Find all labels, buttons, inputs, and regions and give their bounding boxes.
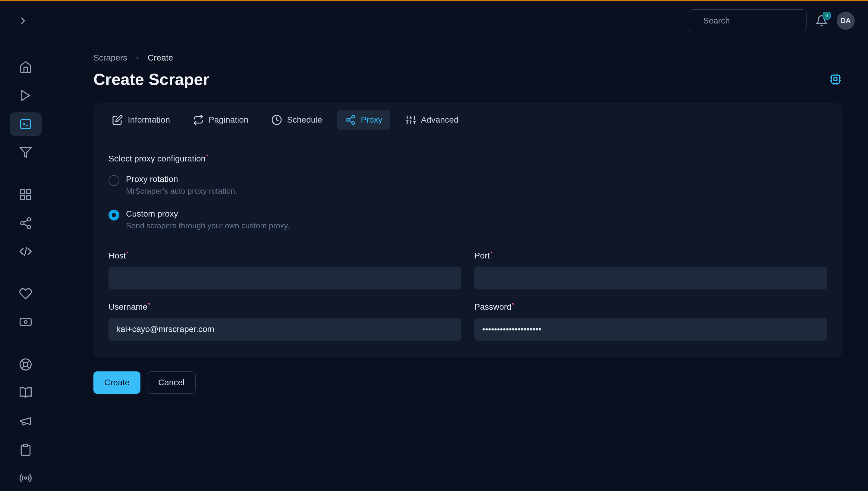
svg-point-10	[27, 218, 31, 221]
sidebar-item-heart[interactable]	[10, 282, 41, 306]
required-mark: *	[206, 154, 208, 160]
username-field-group: Username*	[109, 302, 461, 341]
svg-point-25	[24, 477, 27, 479]
tab-proxy[interactable]: Proxy	[337, 110, 390, 130]
tab-label: Information	[128, 115, 170, 125]
svg-point-12	[27, 225, 31, 229]
password-field-group: Password*	[474, 302, 827, 341]
breadcrumb-scrapers[interactable]: Scrapers	[93, 53, 127, 63]
svg-line-13	[24, 224, 28, 226]
radio-title: Proxy rotation	[126, 174, 237, 184]
svg-line-41	[349, 117, 352, 119]
notifications-button[interactable]: 0	[815, 14, 828, 27]
search-box[interactable]	[689, 9, 807, 32]
clipboard-icon	[19, 443, 32, 456]
sidebar-item-billing[interactable]	[10, 310, 41, 334]
svg-line-22	[27, 360, 30, 363]
svg-rect-8	[27, 196, 31, 200]
port-field-group: Port*	[474, 251, 827, 289]
radio-proxy-rotation[interactable]: Proxy rotation MrScraper's auto proxy ro…	[109, 174, 827, 196]
svg-point-17	[24, 321, 27, 323]
password-input[interactable]	[474, 318, 827, 341]
tab-label: Advanced	[421, 115, 459, 125]
sidebar-item-docs[interactable]	[10, 381, 41, 405]
avatar[interactable]: DA	[837, 12, 855, 30]
clock-icon	[271, 114, 282, 125]
sidebar-item-help[interactable]	[10, 352, 41, 376]
radio-desc: Send scrapers through your own custom pr…	[126, 221, 290, 230]
book-icon	[19, 386, 32, 399]
sidebar-item-grid[interactable]	[10, 183, 41, 206]
share-icon	[345, 114, 356, 125]
tab-schedule[interactable]: Schedule	[263, 110, 330, 130]
host-input[interactable]	[109, 267, 461, 289]
proxy-config-label: Select proxy configuration*	[109, 154, 827, 164]
required-mark: *	[127, 251, 129, 256]
sidebar-item-clipboard[interactable]	[10, 438, 41, 461]
tab-information[interactable]: Information	[104, 110, 178, 130]
page-title: Create Scraper	[93, 70, 209, 89]
required-mark: *	[148, 302, 150, 308]
heart-icon	[19, 287, 32, 300]
svg-point-38	[346, 119, 349, 121]
sidebar-item-terminal[interactable]	[10, 112, 41, 136]
tab-bar: Information Pagination Schedule Proxy Ad…	[93, 103, 842, 137]
broadcast-icon	[19, 471, 32, 485]
svg-line-21	[27, 366, 30, 368]
terminal-icon	[19, 117, 32, 131]
port-label: Port*	[474, 251, 827, 261]
proxy-radio-group: Proxy rotation MrScraper's auto proxy ro…	[109, 174, 827, 230]
svg-rect-9	[21, 196, 25, 200]
tab-label: Proxy	[361, 115, 383, 125]
svg-rect-16	[20, 319, 31, 325]
svg-marker-2	[22, 91, 30, 100]
radio-custom-proxy[interactable]: Custom proxy Send scrapers through your …	[109, 209, 827, 230]
sidebar-item-home[interactable]	[10, 55, 41, 79]
sidebar-item-code[interactable]	[10, 240, 41, 263]
radio-title: Custom proxy	[126, 209, 290, 219]
sidebar-item-play[interactable]	[10, 84, 41, 107]
port-input[interactable]	[474, 267, 827, 289]
svg-line-20	[22, 360, 24, 363]
svg-rect-6	[21, 190, 25, 194]
cpu-icon	[830, 73, 841, 85]
play-icon	[19, 89, 32, 102]
svg-point-39	[352, 122, 355, 124]
notification-badge: 0	[823, 12, 831, 20]
svg-rect-27	[834, 78, 837, 81]
main-content: Scrapers Create Create Scraper Informati…	[51, 1, 868, 490]
code-icon	[19, 245, 32, 258]
svg-marker-5	[20, 148, 31, 157]
billing-icon	[19, 315, 32, 329]
tab-label: Schedule	[287, 115, 322, 125]
username-input[interactable]	[109, 318, 461, 341]
required-mark: *	[491, 251, 493, 256]
sidebar-toggle-button[interactable]	[17, 15, 29, 27]
host-label: Host*	[109, 251, 461, 261]
create-button[interactable]: Create	[93, 371, 140, 394]
cancel-button[interactable]: Cancel	[147, 371, 196, 394]
radio-circle	[109, 175, 119, 186]
tab-pagination[interactable]: Pagination	[185, 110, 256, 130]
search-input[interactable]	[703, 16, 811, 26]
svg-point-19	[24, 362, 28, 367]
tab-advanced[interactable]: Advanced	[397, 110, 467, 130]
repeat-icon	[193, 114, 204, 125]
edit-icon	[112, 114, 123, 125]
chevron-right-icon	[17, 15, 29, 27]
form-panel: Information Pagination Schedule Proxy Ad…	[93, 103, 842, 357]
sidebar	[0, 1, 51, 490]
sidebar-item-filter[interactable]	[10, 141, 41, 164]
svg-line-23	[22, 366, 24, 368]
sliders-icon	[405, 114, 416, 125]
host-field-group: Host*	[109, 251, 461, 289]
megaphone-icon	[19, 414, 32, 428]
sidebar-item-share[interactable]	[10, 211, 41, 235]
chevron-right-icon	[134, 55, 140, 61]
sidebar-item-broadcast[interactable]	[10, 466, 41, 490]
sidebar-item-announce[interactable]	[10, 409, 41, 433]
svg-line-15	[24, 247, 27, 256]
filter-icon	[19, 146, 32, 159]
cpu-button[interactable]	[829, 73, 842, 86]
lifebuoy-icon	[19, 358, 32, 371]
